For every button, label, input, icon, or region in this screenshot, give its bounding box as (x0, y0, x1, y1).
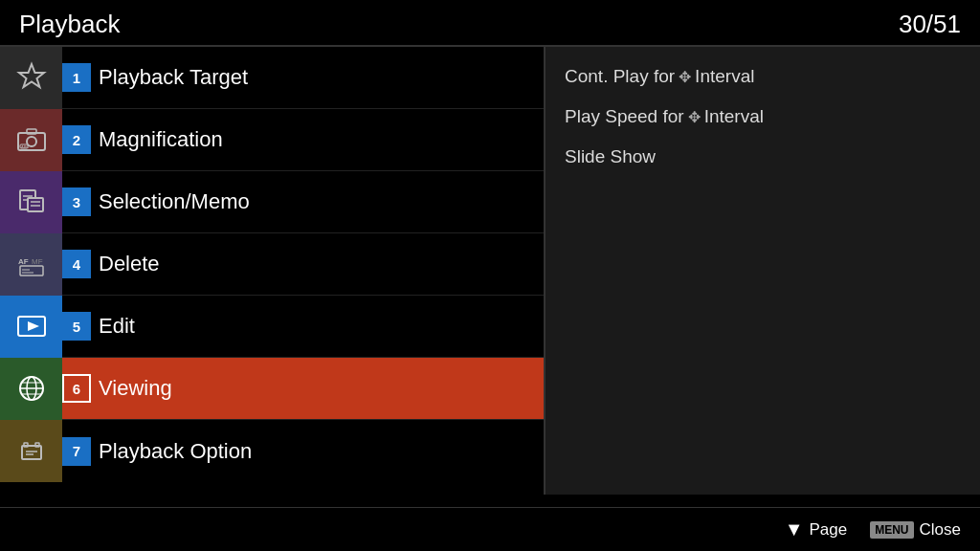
icon-globe (0, 358, 62, 420)
footer-page: ▼ Page (785, 518, 848, 540)
svg-rect-7 (28, 198, 43, 211)
right-panel: Cont. Play for ✥ Interval Play Speed for… (546, 47, 980, 495)
num-badge-1: 1 (62, 63, 91, 92)
menu-item-edit[interactable]: 5 Edit (0, 296, 544, 358)
menu-item-playback-option[interactable]: 7 Playback Option (0, 420, 544, 482)
label-selection-memo: Selection/Memo (99, 189, 544, 214)
svg-rect-3 (27, 129, 36, 134)
right-item-play-speed: Play Speed for ✥ Interval (561, 99, 965, 135)
num-badge-3: 3 (62, 187, 91, 216)
icon-memo (0, 171, 62, 233)
menu-key-badge: MENU (870, 521, 913, 539)
svg-rect-14 (20, 266, 43, 276)
main-content: 1 Playback Target ABC 2 Magnification (0, 45, 980, 495)
right-item-slide-show: Slide Show (561, 139, 965, 175)
page-title: Playback (19, 10, 121, 39)
label-playback-option: Playback Option (99, 439, 544, 464)
icon-star (0, 47, 62, 109)
header: Playback 30/51 (0, 0, 980, 45)
num-badge-4: 4 (62, 250, 91, 278)
label-edit: Edit (99, 314, 544, 339)
interval-icon-2: ✥ (688, 108, 701, 126)
svg-text:ABC: ABC (21, 144, 29, 149)
num-badge-2: 2 (62, 125, 91, 154)
icon-tools (0, 420, 62, 482)
menu-item-magnification[interactable]: ABC 2 Magnification (0, 109, 544, 171)
menu-list: 1 Playback Target ABC 2 Magnification (0, 47, 546, 495)
menu-item-selection-memo[interactable]: 3 Selection/Memo (0, 171, 544, 233)
svg-marker-0 (19, 64, 44, 87)
num-badge-7: 7 (62, 437, 91, 466)
label-viewing: Viewing (99, 376, 544, 401)
interval-icon-1: ✥ (679, 68, 691, 86)
label-magnification: Magnification (99, 127, 544, 152)
close-label: Close (920, 520, 961, 540)
menu-item-playback-target[interactable]: 1 Playback Target (0, 47, 544, 109)
svg-marker-18 (28, 321, 39, 331)
svg-text:MF: MF (32, 257, 43, 266)
page-icon: ▼ (785, 518, 804, 540)
right-item-cont-play: Cont. Play for ✥ Interval (561, 58, 965, 95)
footer: ▼ Page MENU Close (0, 507, 980, 551)
page-label: Page (809, 520, 847, 540)
icon-afmf: AF MF (0, 233, 62, 296)
num-badge-5: 5 (62, 312, 91, 341)
icon-camera: ABC (0, 109, 62, 171)
image-counter: 30/51 (899, 10, 961, 39)
svg-text:AF: AF (18, 257, 29, 266)
label-playback-target: Playback Target (99, 65, 544, 90)
num-badge-6: 6 (62, 374, 91, 403)
menu-item-viewing[interactable]: 6 Viewing (0, 358, 544, 420)
label-delete: Delete (99, 252, 544, 276)
svg-rect-24 (22, 446, 41, 459)
icon-play (0, 296, 62, 358)
menu-item-delete[interactable]: AF MF 4 Delete (0, 233, 544, 296)
footer-close: MENU Close (870, 520, 961, 540)
